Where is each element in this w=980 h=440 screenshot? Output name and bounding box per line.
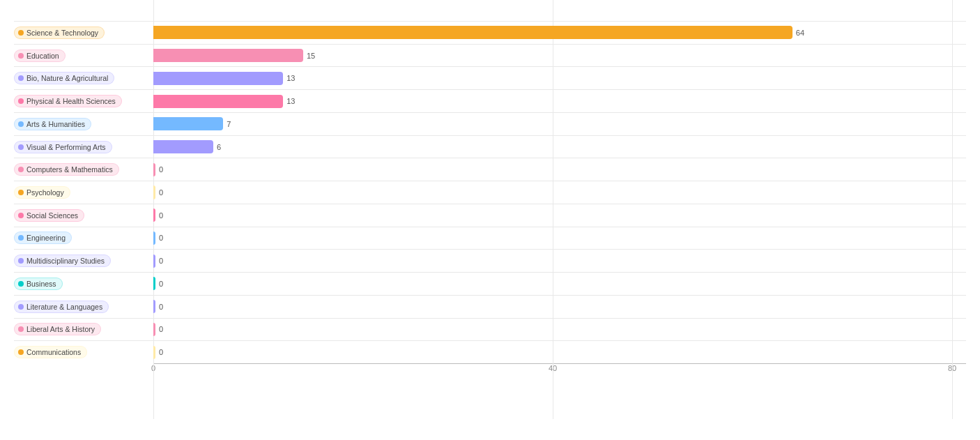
bar-label: Business: [14, 278, 153, 290]
bar-row: Literature & Languages0: [14, 295, 966, 318]
bar-row: Liberal Arts & History0: [14, 318, 966, 341]
x-tick-label: 0: [151, 364, 155, 372]
bar-label: Communications: [14, 346, 153, 358]
bar-fill: [153, 323, 155, 336]
chart-container: Science & Technology64Education15Bio, Na…: [0, 0, 980, 440]
bar-fill: [153, 72, 283, 85]
bar-fill: [153, 208, 155, 222]
bar-row: Visual & Performing Arts6: [14, 135, 966, 158]
x-tick-label: 40: [549, 364, 557, 372]
bar-row: Computers & Mathematics0: [14, 158, 966, 181]
bar-row: Multidisciplinary Studies0: [14, 249, 966, 272]
bar-row: Arts & Humanities7: [14, 112, 966, 135]
bar-row: Education15: [14, 44, 966, 67]
bar-fill: [153, 255, 155, 268]
bar-track: 0: [153, 204, 966, 227]
bar-value-label: 13: [286, 97, 295, 105]
bar-fill: [153, 346, 155, 359]
bar-track: 13: [153, 90, 966, 112]
bar-label: Liberal Arts & History: [14, 323, 153, 335]
bars-section: Science & Technology64Education15Bio, Na…: [14, 21, 966, 363]
bar-track: 0: [153, 296, 966, 318]
bar-track: 6: [153, 136, 966, 158]
bar-label: Literature & Languages: [14, 301, 153, 313]
bar-track: 0: [153, 158, 966, 181]
bar-fill: [153, 140, 213, 153]
bar-track: 0: [153, 181, 966, 204]
bar-track: 0: [153, 273, 966, 295]
bar-value-label: 64: [796, 29, 804, 37]
bar-track: 7: [153, 113, 966, 135]
bar-label: Science & Technology: [14, 26, 153, 39]
bar-row: Physical & Health Sciences13: [14, 89, 966, 112]
bar-row: Engineering0: [14, 227, 966, 250]
bar-label: Social Sciences: [14, 209, 153, 222]
chart-area: Science & Technology64Education15Bio, Na…: [14, 21, 966, 384]
bar-label: Engineering: [14, 232, 153, 244]
bar-value-label: 0: [159, 303, 163, 311]
bar-label: Bio, Nature & Agricultural: [14, 72, 153, 84]
x-axis: 04080: [153, 363, 966, 384]
bar-value-label: 6: [217, 143, 221, 151]
bar-fill: [153, 49, 303, 62]
bar-value-label: 0: [159, 165, 163, 174]
bar-track: 13: [153, 67, 966, 89]
bar-row: Science & Technology64: [14, 21, 966, 44]
bar-label: Physical & Health Sciences: [14, 95, 153, 107]
bar-value-label: 0: [159, 325, 163, 333]
bar-value-label: 0: [159, 188, 163, 197]
bar-row: Business0: [14, 272, 966, 295]
bar-track: 0: [153, 227, 966, 250]
bar-track: 0: [153, 250, 966, 272]
bar-value-label: 0: [159, 280, 163, 288]
bar-fill: [153, 232, 155, 245]
bar-fill: [153, 300, 155, 313]
bar-fill: [153, 95, 283, 108]
bar-track: 0: [153, 341, 966, 363]
bar-label: Multidisciplinary Studies: [14, 255, 153, 267]
bar-fill: [153, 277, 155, 290]
bar-label: Computers & Mathematics: [14, 163, 153, 176]
bar-value-label: 13: [286, 74, 295, 82]
bar-fill: [153, 163, 155, 176]
bar-row: Communications0: [14, 340, 966, 363]
bar-fill: [153, 117, 223, 130]
bar-value-label: 7: [227, 120, 231, 128]
bar-row: Psychology0: [14, 181, 966, 204]
bar-row: Social Sciences0: [14, 204, 966, 227]
bar-value-label: 15: [307, 52, 315, 60]
bar-label: Education: [14, 50, 153, 62]
bar-fill: [153, 26, 793, 39]
bar-label: Visual & Performing Arts: [14, 141, 153, 153]
bar-track: 64: [153, 22, 966, 44]
bar-value-label: 0: [159, 234, 163, 242]
bar-fill: [153, 185, 155, 199]
bar-row: Bio, Nature & Agricultural13: [14, 66, 966, 89]
bar-value-label: 0: [159, 257, 163, 265]
bar-value-label: 0: [159, 348, 163, 356]
bar-value-label: 0: [159, 211, 163, 220]
bar-label: Arts & Humanities: [14, 118, 153, 130]
bar-track: 0: [153, 319, 966, 341]
bar-label: Psychology: [14, 186, 153, 199]
bar-track: 15: [153, 45, 966, 67]
x-tick-label: 80: [948, 364, 956, 372]
